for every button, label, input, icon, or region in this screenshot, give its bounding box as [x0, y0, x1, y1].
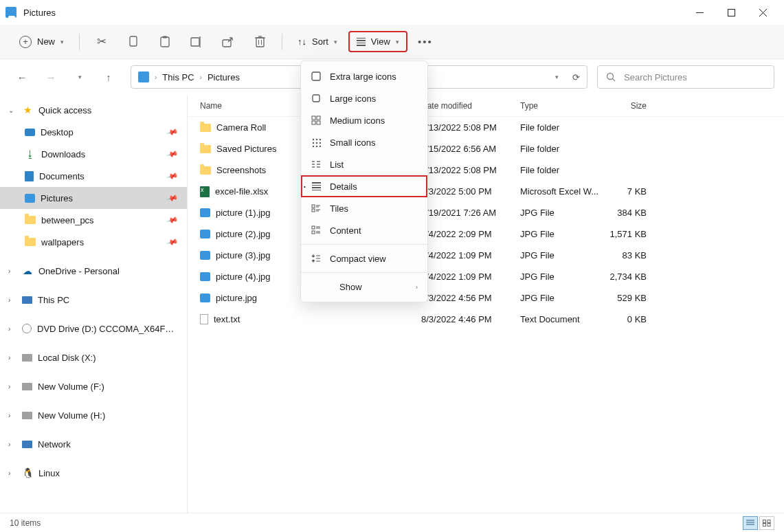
pin-icon: 📌	[166, 192, 179, 204]
menu-item-list[interactable]: List	[301, 153, 427, 175]
menu-item-content[interactable]: Content	[301, 219, 427, 241]
menu-item-show[interactable]: Show ›	[301, 276, 427, 298]
menu-item-compact-view[interactable]: Compact view	[301, 247, 427, 269]
menu-item-details[interactable]: • Details	[301, 175, 427, 197]
file-name: text.txt	[214, 314, 240, 324]
table-row[interactable]: picture (2).jpg8/4/2022 2:09 PMJPG File1…	[188, 223, 784, 245]
forward-button[interactable]: →	[38, 65, 63, 89]
file-date: 8/4/2022 1:09 PM	[421, 271, 520, 282]
file-name: picture (1).jpg	[216, 208, 270, 218]
table-row[interactable]: picture (1).jpg4/19/2021 7:26 AMJPG File…	[188, 202, 784, 223]
sort-button[interactable]: ↑↓ Sort ▾	[291, 32, 344, 51]
svg-rect-1	[728, 9, 735, 16]
sidebar-item-wallpapers[interactable]: wallpapers 📌	[0, 231, 187, 253]
details-view-toggle[interactable]	[743, 516, 758, 530]
table-row[interactable]: picture (3).jpg8/4/2022 1:09 PMJPG File8…	[188, 245, 784, 266]
breadcrumb-current[interactable]: Pictures	[208, 72, 240, 82]
sidebar-item-label: Local Disk (X:)	[38, 353, 96, 363]
column-headers[interactable]: Name˄ Date modified Type Size	[188, 95, 784, 117]
menu-item-extra-large-icons[interactable]: Extra large icons	[301, 65, 427, 87]
sidebar-item-label: Desktop	[41, 127, 74, 137]
menu-item-large-icons[interactable]: Large icons	[301, 87, 427, 109]
new-button[interactable]: + New ▾	[12, 32, 71, 52]
img-icon	[200, 208, 210, 217]
file-list: Name˄ Date modified Type Size Camera Rol…	[188, 95, 784, 513]
maximize-button[interactable]	[715, 1, 747, 23]
table-row[interactable]: Camera Roll7/13/2022 5:08 PMFile folder	[188, 117, 784, 138]
svg-rect-20	[317, 116, 320, 120]
recent-button[interactable]: ▾	[67, 65, 92, 89]
svg-rect-19	[312, 116, 315, 120]
chevron-down-icon: ▾	[396, 38, 399, 45]
view-button[interactable]: View ▾	[348, 31, 407, 52]
file-name: Camera Roll	[216, 122, 266, 133]
close-button[interactable]	[747, 1, 779, 23]
column-name[interactable]: Name	[200, 101, 222, 111]
download-icon: ⭳	[25, 148, 36, 159]
paste-button[interactable]	[151, 30, 179, 54]
sidebar-item-desktop[interactable]: Desktop 📌	[0, 121, 187, 143]
sidebar-item-label: Downloads	[41, 149, 85, 159]
svg-point-23	[313, 139, 314, 140]
table-row[interactable]: picture.jpg8/3/2022 4:56 PMJPG File529 K…	[188, 287, 784, 309]
more-button[interactable]: •••	[412, 30, 439, 54]
sidebar-item-label: This PC	[38, 295, 69, 305]
toolbar: + New ▾ ✂ ↑↓ Sort ▾ View ▾ •••	[0, 25, 784, 59]
refresh-button[interactable]: ⟳	[572, 72, 580, 82]
sidebar-item-quick-access[interactable]: ⌄★ Quick access	[0, 99, 187, 121]
column-date[interactable]: Date modified	[421, 101, 520, 111]
file-type: File folder	[520, 144, 603, 154]
cut-button[interactable]: ✂	[88, 30, 115, 54]
file-size: 1,571 KB	[603, 229, 652, 239]
sidebar-item-vol-f[interactable]: › New Volume (F:)	[0, 375, 187, 397]
file-size: 83 KB	[603, 250, 652, 261]
sidebar-item-between-pcs[interactable]: between_pcs 📌	[0, 209, 187, 231]
share-button[interactable]	[214, 30, 242, 54]
menu-item-tiles[interactable]: Tiles	[301, 197, 427, 219]
table-row[interactable]: text.txt8/3/2022 4:46 PMText Document0 K…	[188, 309, 784, 330]
menu-separator	[301, 272, 427, 273]
file-date: 8/3/2022 4:56 PM	[421, 293, 520, 303]
up-button[interactable]: ↑	[96, 65, 121, 89]
sidebar-item-pictures[interactable]: Pictures 📌	[0, 187, 187, 209]
menu-item-medium-icons[interactable]: Medium icons	[301, 109, 427, 131]
copy-button[interactable]	[120, 30, 147, 54]
sidebar-item-network[interactable]: › Network	[0, 433, 187, 455]
delete-button[interactable]	[246, 30, 273, 54]
sidebar-item-dvd[interactable]: › DVD Drive (D:) CCCOMA_X64FRE_EN-US	[0, 318, 187, 340]
folder-icon	[25, 238, 36, 246]
disk-icon	[22, 383, 32, 390]
sidebar-item-onedrive[interactable]: ›☁ OneDrive - Personal	[0, 260, 187, 282]
svg-rect-41	[312, 209, 315, 212]
rename-button[interactable]	[183, 30, 210, 54]
back-button[interactable]: ←	[10, 65, 34, 89]
sidebar-item-documents[interactable]: Documents 📌	[0, 165, 187, 187]
sidebar-item-this-pc[interactable]: › This PC	[0, 289, 187, 311]
sidebar-item-downloads[interactable]: ⭳ Downloads 📌	[0, 143, 187, 165]
pin-icon: 📌	[166, 126, 179, 138]
menu-item-small-icons[interactable]: Small icons	[301, 131, 427, 153]
table-row[interactable]: picture (4).jpg8/4/2022 1:09 PMJPG File2…	[188, 266, 784, 287]
svg-rect-44	[312, 226, 315, 229]
table-row[interactable]: Saved Pictures7/15/2022 6:56 AMFile fold…	[188, 138, 784, 159]
thumbnails-view-toggle[interactable]	[759, 516, 774, 530]
column-size[interactable]: Size	[603, 101, 652, 111]
chevron-down-icon[interactable]: ▾	[555, 74, 559, 80]
sidebar-item-linux[interactable]: ›🐧 Linux	[0, 462, 187, 484]
minimize-button[interactable]	[684, 1, 715, 23]
folder-icon	[25, 216, 36, 224]
chevron-down-icon: ▾	[334, 38, 337, 45]
table-row[interactable]: Screenshots7/13/2022 5:08 PMFile folder	[188, 159, 784, 181]
search-input[interactable]: Search Pictures	[597, 65, 774, 89]
file-date: 7/15/2022 6:56 AM	[421, 144, 520, 154]
tiles-icon	[311, 203, 322, 213]
file-size: 384 KB	[603, 208, 652, 218]
column-type[interactable]: Type	[520, 101, 603, 111]
svg-point-31	[320, 146, 321, 147]
file-name: Screenshots	[216, 165, 266, 175]
table-row[interactable]: excel-file.xlsx8/3/2022 5:00 PMMicrosoft…	[188, 181, 784, 202]
chevron-right-icon: ›	[200, 74, 202, 81]
sidebar-item-vol-h[interactable]: › New Volume (H:)	[0, 404, 187, 426]
sidebar-item-local-x[interactable]: › Local Disk (X:)	[0, 346, 187, 368]
breadcrumb-root[interactable]: This PC	[162, 72, 194, 82]
